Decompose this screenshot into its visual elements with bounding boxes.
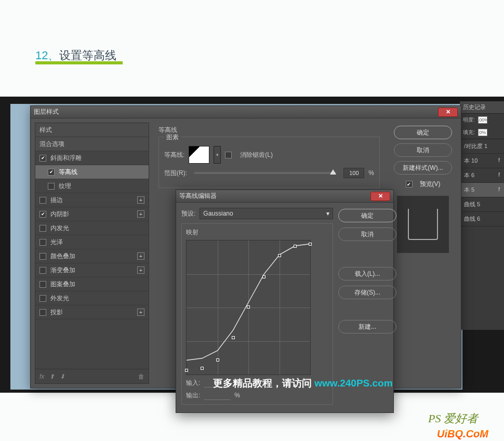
- step-text: 设置等高线: [59, 49, 116, 62]
- mapping-label: 映射: [186, 228, 328, 237]
- fx-toolbar: fx ⬆ ⬇ 🗑: [35, 369, 149, 384]
- list-item[interactable]: 曲线 5: [460, 197, 504, 212]
- ok-button[interactable]: 确定: [394, 126, 452, 139]
- opacity-value[interactable]: 100%: [478, 116, 487, 124]
- styles-header[interactable]: 样式: [35, 123, 149, 137]
- add-icon[interactable]: +: [137, 309, 144, 316]
- effect-texture[interactable]: 纹理: [35, 179, 149, 193]
- new-button[interactable]: 新建...: [338, 320, 396, 333]
- antialias-label: 消除锯齿(L): [240, 151, 273, 159]
- new-style-button[interactable]: 新建样式(W)...: [394, 161, 452, 175]
- effect-stroke[interactable]: 描边+: [35, 193, 149, 207]
- opacity-row: 明度: 100%: [460, 114, 504, 126]
- checkbox[interactable]: [48, 169, 55, 176]
- editor-left: 预设: Gaussiano ▾ 映射: [181, 208, 333, 405]
- watermark: 更多精品教程，请访问 www.240PS.com: [213, 377, 393, 390]
- curve-point[interactable]: [294, 245, 297, 248]
- curve-point[interactable]: [201, 367, 204, 370]
- preview-row: 预览(V): [406, 180, 441, 189]
- preset-value: Gaussiano: [203, 210, 233, 217]
- fill-row: 填充: 0%: [460, 126, 504, 139]
- cancel-button[interactable]: 取消: [394, 143, 452, 157]
- dialog-titlebar[interactable]: 图层样式 ✕: [31, 106, 461, 118]
- output-value[interactable]: [204, 391, 230, 400]
- checkbox[interactable]: [39, 281, 46, 288]
- fx-label[interactable]: fx: [39, 373, 44, 380]
- preset-select[interactable]: Gaussiano ▾: [200, 208, 333, 219]
- add-icon[interactable]: +: [137, 266, 144, 274]
- effect-bevel[interactable]: 斜面和浮雕: [35, 151, 149, 165]
- antialias-checkbox[interactable]: [225, 152, 232, 158]
- preview-checkbox[interactable]: [406, 181, 413, 188]
- effect-inner-shadow[interactable]: 内阴影+: [35, 207, 149, 221]
- checkbox[interactable]: [39, 197, 46, 204]
- list-item[interactable]: 曲线 6: [460, 212, 504, 226]
- checkbox[interactable]: [39, 267, 46, 274]
- editor-title: 等高线编辑器: [179, 192, 370, 201]
- curve-point[interactable]: [262, 275, 266, 278]
- effect-color-overlay[interactable]: 颜色叠加+: [35, 249, 149, 263]
- range-label: 范围(R):: [164, 169, 187, 178]
- trash-icon[interactable]: 🗑: [138, 373, 144, 380]
- history-header: 历史记录: [460, 101, 504, 114]
- arrow-down-icon[interactable]: ⬇: [60, 373, 65, 380]
- checkbox[interactable]: [39, 295, 46, 302]
- output-label: 输出:: [186, 391, 200, 400]
- add-icon[interactable]: +: [137, 196, 144, 204]
- editor-buttons: 确定 取消 载入(L)... 存储(S)... 新建...: [338, 208, 388, 405]
- ok-button[interactable]: 确定: [338, 209, 396, 222]
- preview-shape: [408, 209, 438, 240]
- list-item[interactable]: 本 10f: [460, 154, 504, 168]
- curve-point[interactable]: [232, 336, 235, 339]
- list-item[interactable]: 本 5f: [460, 183, 504, 197]
- close-button[interactable]: ✕: [438, 108, 458, 117]
- effect-gradient-overlay[interactable]: 渐变叠加+: [35, 263, 149, 277]
- effect-drop-shadow[interactable]: 投影+: [35, 305, 149, 319]
- history-list: /对比度 1 本 10f 本 6f 本 5f 曲线 5 曲线 6: [460, 139, 504, 226]
- curve-canvas[interactable]: [186, 240, 311, 375]
- effect-pattern-overlay[interactable]: 图案叠加: [35, 277, 149, 291]
- checkbox[interactable]: [39, 309, 46, 316]
- range-input[interactable]: [343, 168, 364, 178]
- range-slider[interactable]: [194, 172, 336, 174]
- curve-point[interactable]: [216, 358, 219, 362]
- checkbox[interactable]: [48, 183, 55, 190]
- add-icon[interactable]: +: [137, 210, 144, 218]
- logo-uibq: UiBQ.CoM: [437, 428, 488, 440]
- elements-fieldset: 图素 等高线: ▾ 消除锯齿(L) 范围(R): %: [158, 137, 380, 188]
- cancel-button[interactable]: 取消: [338, 228, 396, 241]
- curve-point[interactable]: [247, 305, 250, 309]
- section-title: 等高线: [158, 126, 380, 135]
- checkbox[interactable]: [39, 155, 46, 162]
- checkbox[interactable]: [39, 239, 46, 246]
- list-item[interactable]: /对比度 1: [460, 139, 504, 154]
- fill-value[interactable]: 0%: [478, 129, 487, 136]
- editor-titlebar[interactable]: 等高线编辑器 ✕: [176, 190, 393, 203]
- arrow-up-icon[interactable]: ⬆: [49, 373, 55, 380]
- checkbox[interactable]: [39, 253, 46, 260]
- effect-satin[interactable]: 光泽: [35, 235, 149, 249]
- contour-thumbnail[interactable]: [189, 146, 209, 164]
- effects-column: 样式 混合选项 斜面和浮雕 等高线 纹理 描边+ 内阴影+ 内发光 光泽 颜色叠…: [35, 123, 149, 384]
- effect-contour[interactable]: 等高线: [35, 165, 149, 179]
- close-button[interactable]: ✕: [370, 192, 390, 201]
- buttons-column: 确定 取消 新建样式(W)... 预览(V): [389, 123, 457, 384]
- fieldset-legend: 图素: [164, 133, 181, 142]
- preset-label: 预设:: [181, 209, 195, 218]
- slider-handle[interactable]: [330, 169, 336, 175]
- save-button[interactable]: 存储(S)...: [338, 286, 396, 299]
- curve-point[interactable]: [309, 243, 312, 246]
- list-item[interactable]: 本 6f: [460, 168, 504, 183]
- load-button[interactable]: 载入(L)...: [338, 267, 396, 280]
- dialog-title: 图层样式: [34, 108, 438, 116]
- blend-options[interactable]: 混合选项: [35, 137, 149, 151]
- effect-outer-glow[interactable]: 外发光: [35, 291, 149, 305]
- add-icon[interactable]: +: [137, 252, 144, 260]
- curve-point[interactable]: [185, 369, 188, 372]
- logo-ps: PS 爱好者: [428, 411, 478, 426]
- curve-point[interactable]: [278, 254, 281, 257]
- contour-dropdown[interactable]: ▾: [214, 146, 221, 164]
- checkbox[interactable]: [39, 211, 46, 218]
- checkbox[interactable]: [39, 225, 46, 232]
- effect-inner-glow[interactable]: 内发光: [35, 221, 149, 235]
